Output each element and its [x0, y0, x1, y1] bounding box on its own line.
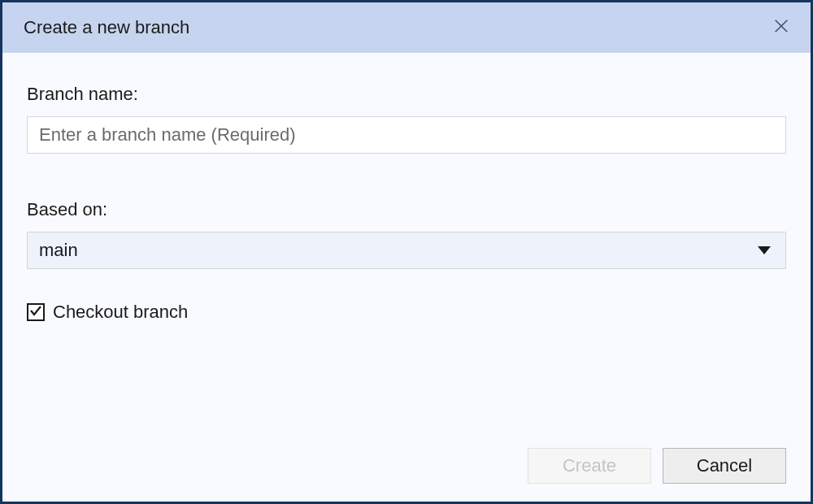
- checkmark-icon: [29, 304, 42, 320]
- based-on-value: main: [39, 240, 78, 261]
- create-branch-dialog: Create a new branch Branch name: Based o…: [0, 0, 813, 504]
- checkbox-box: [27, 303, 45, 321]
- based-on-select[interactable]: main: [27, 232, 786, 269]
- dialog-content: Branch name: Based on: main Checkout bra…: [2, 53, 811, 448]
- based-on-label: Based on:: [27, 199, 786, 220]
- svg-marker-2: [758, 246, 771, 254]
- cancel-button[interactable]: Cancel: [663, 448, 786, 484]
- checkout-branch-label: Checkout branch: [53, 302, 188, 323]
- branch-name-label: Branch name:: [27, 84, 786, 105]
- dialog-footer: Create Cancel: [2, 448, 811, 502]
- branch-name-input[interactable]: [27, 116, 786, 154]
- titlebar: Create a new branch: [2, 2, 811, 53]
- close-icon: [772, 17, 790, 38]
- dialog-title: Create a new branch: [24, 17, 189, 38]
- create-button[interactable]: Create: [528, 448, 651, 484]
- checkout-branch-checkbox[interactable]: Checkout branch: [27, 302, 786, 323]
- chevron-down-icon: [758, 246, 771, 254]
- close-button[interactable]: [770, 16, 793, 39]
